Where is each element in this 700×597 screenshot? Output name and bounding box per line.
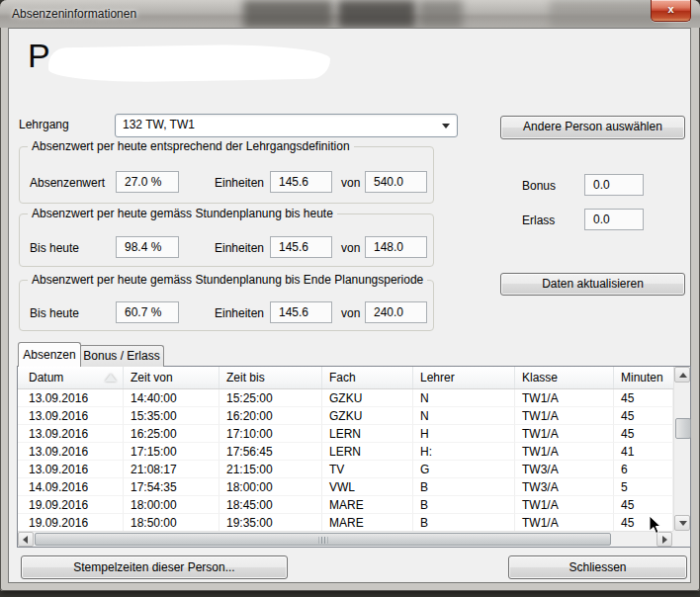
bis-heute-value-field[interactable]: 60.7 % xyxy=(116,301,179,323)
table-cell: TW1/A xyxy=(515,496,614,514)
table-cell: TW1/A xyxy=(515,407,614,425)
group-title: Absenzwert per heute gemäss Stundenplanu… xyxy=(28,207,337,220)
einheiten-label: Einheiten xyxy=(215,241,264,255)
erlass-label: Erlass xyxy=(522,213,555,227)
table-cell: B xyxy=(413,514,515,532)
table-cell: 19:35:00 xyxy=(219,514,322,532)
table-cell: 13.09.2016 xyxy=(18,425,124,443)
table-cell: GZKU xyxy=(322,389,413,407)
lehrgang-label: Lehrgang xyxy=(19,118,69,131)
von-label: von xyxy=(341,176,360,190)
table-cell: 18:00:00 xyxy=(124,496,219,514)
table-cell: 45 xyxy=(614,496,673,514)
andere-person-button[interactable]: Andere Person auswählen xyxy=(500,116,685,139)
table-cell: 14.09.2016 xyxy=(18,478,124,496)
table-cell: 18:50:00 xyxy=(124,514,219,532)
table-row[interactable]: 19.09.201618:50:0019:35:00MAREBTW1/A45 xyxy=(18,514,673,532)
column-header-fach[interactable]: Fach xyxy=(322,367,413,388)
table-cell: B xyxy=(413,478,515,496)
dialog-content: P Lehrgang 132 TW, TW1 Andere Person aus… xyxy=(8,28,691,583)
lehrgang-combobox[interactable]: 132 TW, TW1 xyxy=(115,114,458,137)
einheiten-label: Einheiten xyxy=(215,176,264,190)
scroll-right-icon xyxy=(662,536,667,544)
table-cell: 19.09.2016 xyxy=(18,514,124,532)
horizontal-scroll-thumb[interactable] xyxy=(35,533,611,546)
group-title: Absenzwert per heute gemäss Stundenplanu… xyxy=(28,273,427,287)
lehrgang-selected-value: 132 TW, TW1 xyxy=(123,118,195,131)
table-cell: 45 xyxy=(614,514,673,532)
scroll-down-button[interactable] xyxy=(674,515,690,531)
column-header-minuten[interactable]: Minuten xyxy=(614,367,673,388)
table-cell: 6 xyxy=(614,461,673,478)
absenzenwert-value-field[interactable]: 27.0 % xyxy=(116,171,179,193)
erlass-field[interactable]: 0.0 xyxy=(584,209,644,230)
einheiten-value-field[interactable]: 145.6 xyxy=(270,236,332,258)
table-row[interactable]: 13.09.201621:08:1721:15:00TVGTW3/A6 xyxy=(18,461,673,478)
table-cell: G xyxy=(413,461,515,478)
column-header-lehrer[interactable]: Lehrer xyxy=(413,367,515,388)
table-cell: H: xyxy=(413,443,515,461)
table-cell: 17:56:45 xyxy=(219,443,322,461)
table-body: 13.09.201614:40:0015:25:00GZKUNTW1/A4513… xyxy=(18,389,673,532)
table-row[interactable]: 13.09.201617:15:0017:56:45LERNH:TW1/A41 xyxy=(18,443,673,461)
stempelzeiten-button-label: Stempelzeiten dieser Person... xyxy=(73,556,234,578)
scroll-left-button[interactable] xyxy=(18,532,34,547)
von-value-field[interactable]: 240.0 xyxy=(365,301,427,323)
table-cell: H xyxy=(413,425,515,443)
table-cell: LERN xyxy=(322,443,413,461)
table-row[interactable]: 19.09.201618:00:0018:45:00MAREBTW1/A45 xyxy=(18,496,673,514)
table-cell: MARE xyxy=(322,514,413,532)
vertical-scroll-thumb[interactable] xyxy=(675,418,691,439)
table-row[interactable]: 13.09.201615:35:0016:20:00GZKUNTW1/A45 xyxy=(18,407,673,425)
person-name: P xyxy=(28,37,50,75)
tab-absenzen[interactable]: Absenzen xyxy=(18,342,81,367)
table-cell: MARE xyxy=(322,496,413,514)
von-value-field[interactable]: 540.0 xyxy=(365,171,427,193)
table-cell: 41 xyxy=(614,443,673,461)
bis-heute-label: Bis heute xyxy=(30,241,79,255)
table-cell: 13.09.2016 xyxy=(18,461,124,478)
table-cell: 45 xyxy=(614,425,673,443)
bis-heute-value-field[interactable]: 98.4 % xyxy=(116,236,179,258)
close-icon: x xyxy=(667,3,673,15)
table-cell: 45 xyxy=(614,389,673,407)
background-window-blur xyxy=(243,0,332,28)
tab-bonus-erlass[interactable]: Bonus / Erlass xyxy=(79,345,164,367)
von-value-field[interactable]: 148.0 xyxy=(365,236,427,258)
horizontal-scrollbar[interactable] xyxy=(18,531,673,547)
group-lehrgangsdefinition: Absenzwert per heute entsprechend der Le… xyxy=(19,146,434,204)
column-header-datum[interactable]: Datum xyxy=(18,367,124,388)
scroll-up-button[interactable] xyxy=(674,367,690,383)
table-cell: 17:15:00 xyxy=(124,443,219,461)
table-cell: 18:45:00 xyxy=(219,496,322,514)
table-row[interactable]: 13.09.201614:40:0015:25:00GZKUNTW1/A45 xyxy=(18,389,673,407)
von-label: von xyxy=(341,241,360,255)
table-row[interactable]: 13.09.201616:25:0017:10:00LERNHTW1/A45 xyxy=(18,425,673,443)
table-cell: 13.09.2016 xyxy=(18,407,124,425)
table-cell: TW1/A xyxy=(515,389,614,407)
table-header-row: Datum Zeit von Zeit bis Fach Lehrer Klas… xyxy=(18,367,673,389)
column-header-zeit-von[interactable]: Zeit von xyxy=(124,367,219,388)
daten-aktualisieren-button-label: Daten aktualisieren xyxy=(542,274,644,294)
column-header-klasse[interactable]: Klasse xyxy=(515,367,614,388)
schliessen-button[interactable]: Schliessen xyxy=(508,555,687,579)
einheiten-value-field[interactable]: 145.6 xyxy=(270,301,332,323)
column-header-zeit-bis[interactable]: Zeit bis xyxy=(219,367,322,388)
vertical-scrollbar[interactable] xyxy=(673,367,690,531)
table-cell: 15:35:00 xyxy=(124,407,219,425)
bonus-field[interactable]: 0.0 xyxy=(584,174,644,196)
table-cell: TW3/A xyxy=(515,478,614,496)
table-cell: 14:40:00 xyxy=(124,389,219,407)
scroll-grip-icon xyxy=(318,537,327,544)
table-cell: 17:54:35 xyxy=(124,478,219,496)
einheiten-value-field[interactable]: 145.6 xyxy=(270,171,332,193)
stempelzeiten-button[interactable]: Stempelzeiten dieser Person... xyxy=(21,555,288,579)
title-bar[interactable]: Absenzeninformationen x xyxy=(0,0,700,28)
absenzenwert-label: Absenzenwert xyxy=(30,176,105,190)
daten-aktualisieren-button[interactable]: Daten aktualisieren xyxy=(500,273,685,296)
table-cell: TV xyxy=(322,461,413,478)
table-cell: 19.09.2016 xyxy=(18,496,124,514)
close-button[interactable]: x xyxy=(651,0,691,22)
table-row[interactable]: 14.09.201617:54:3518:00:00VWLBTW3/A5 xyxy=(18,478,673,496)
einheiten-label: Einheiten xyxy=(215,306,264,320)
